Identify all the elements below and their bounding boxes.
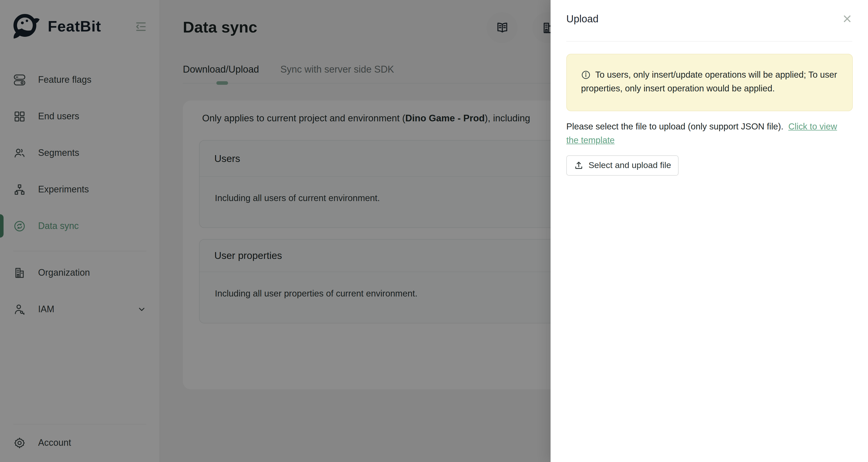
featbit-app: FeatBit Feature flags (0, 0, 868, 462)
info-alert: To users, only insert/update operations … (566, 54, 853, 111)
upload-icon (574, 161, 583, 170)
drawer-divider (566, 41, 852, 42)
info-icon (581, 70, 591, 80)
upload-button-label: Select and upload file (588, 160, 671, 171)
upload-drawer: Upload To users, only insert/update oper… (551, 0, 868, 462)
info-alert-text: To users, only insert/update operations … (581, 68, 838, 95)
screen: FeatBit Feature flags (0, 0, 868, 462)
select-upload-file-button[interactable]: Select and upload file (566, 155, 679, 176)
drawer-title: Upload (566, 13, 598, 25)
upload-instruction: Please select the file to upload (only s… (566, 120, 849, 147)
close-icon[interactable] (842, 13, 853, 24)
